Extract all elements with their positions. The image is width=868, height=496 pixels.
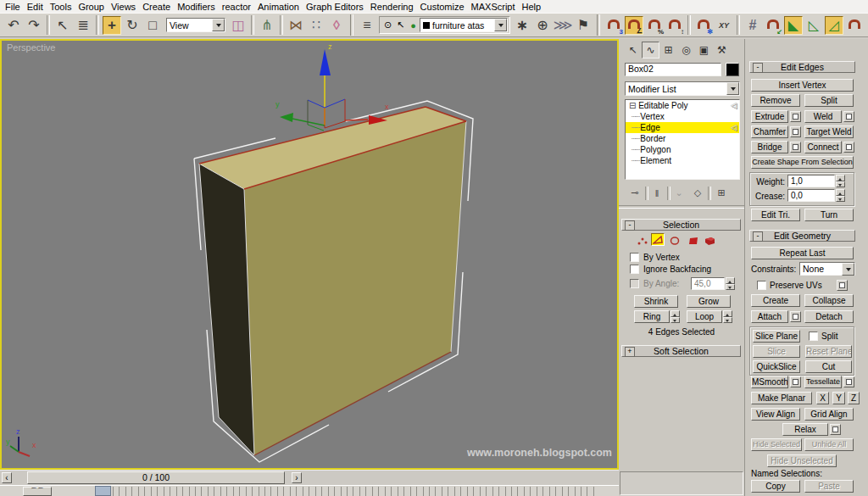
extrude-settings-button[interactable] xyxy=(790,111,801,122)
target-weld-button[interactable]: Target Weld xyxy=(804,125,854,138)
cursor-icon[interactable]: ↖ xyxy=(394,19,407,32)
loop-spinner[interactable] xyxy=(723,310,732,323)
connect-settings-button[interactable] xyxy=(843,142,854,153)
green-tri-icon[interactable]: ◺ xyxy=(804,16,823,35)
msmooth-button[interactable]: MSmooth xyxy=(751,376,788,388)
preserve-uvs-checkbox[interactable] xyxy=(757,281,766,290)
tessellate-button[interactable]: Tessellate xyxy=(804,376,842,388)
pin-stack-icon[interactable]: ⊸ xyxy=(627,186,643,200)
view-align-button[interactable]: View Align xyxy=(751,408,800,421)
constraints-dropdown[interactable]: None xyxy=(799,262,855,276)
dropdown-arrow-icon[interactable] xyxy=(212,19,225,31)
tab-create[interactable]: ↖ xyxy=(624,42,642,59)
snap-toggle-3d-icon[interactable]: 3 xyxy=(604,16,623,35)
dropdown-arrow-icon[interactable] xyxy=(726,82,739,95)
next-frame-button[interactable]: › xyxy=(292,472,302,483)
connect-button[interactable]: Connect xyxy=(804,141,842,153)
hide-unselected-button[interactable]: Hide Unselected xyxy=(767,454,837,467)
modifier-list-dropdown[interactable]: Modifier List xyxy=(625,81,740,96)
select-object-icon[interactable]: ↖ xyxy=(53,16,72,35)
dropdown-arrow-icon[interactable] xyxy=(494,19,507,31)
menu-file[interactable]: File xyxy=(2,2,24,12)
edit-geometry-rollout-header[interactable]: - Edit Geometry xyxy=(749,230,855,242)
bridge-button[interactable]: Bridge xyxy=(751,141,788,153)
make-unique-icon[interactable]: ⌄ xyxy=(671,186,687,200)
align-icon[interactable]: ◊ xyxy=(327,16,346,35)
attach-button[interactable]: Attach xyxy=(751,310,788,323)
stack-row-polygon[interactable]: ┄┄ Polygon xyxy=(626,144,739,155)
show-end-result-icon[interactable]: ‖ xyxy=(649,186,665,200)
stack-row-border[interactable]: ┄┄ Border xyxy=(626,133,739,144)
percent-snap-icon[interactable]: % xyxy=(645,16,664,35)
stack-row-element[interactable]: ┄┄ Element xyxy=(626,155,739,166)
cut-button[interactable]: Cut xyxy=(805,360,852,373)
select-and-manipulate-icon[interactable]: ◫ xyxy=(229,16,248,35)
unhide-all-button[interactable]: Unhide All xyxy=(804,438,854,451)
mini-curve-editor-button[interactable]: ⌒⌒ xyxy=(23,487,52,496)
paste-button[interactable]: Paste xyxy=(804,480,854,493)
grow-button[interactable]: Grow xyxy=(687,295,731,308)
weld-settings-button[interactable] xyxy=(843,111,854,122)
make-planar-z-button[interactable]: Z xyxy=(848,392,860,404)
chamfer-button[interactable]: Chamfer xyxy=(751,125,788,138)
tab-modify[interactable]: ∿ xyxy=(642,42,659,59)
stack-row-editable-poly[interactable]: ⊟ Editable Poly◁ xyxy=(626,100,739,111)
insert-vertex-button[interactable]: Insert Vertex xyxy=(751,79,854,92)
tessellate-settings-button[interactable] xyxy=(843,376,854,387)
teapot-icon[interactable]: ● xyxy=(407,19,420,32)
ring-button[interactable]: Ring xyxy=(634,310,670,323)
menu-help[interactable]: Help xyxy=(519,2,545,12)
array-icon[interactable]: ∷ xyxy=(307,16,326,35)
by-vertex-checkbox[interactable] xyxy=(630,253,639,262)
object-color-swatch[interactable] xyxy=(726,63,739,76)
polygon-subobject-icon[interactable] xyxy=(687,234,700,247)
split-button[interactable]: Split xyxy=(804,94,854,107)
turn-button[interactable]: Turn xyxy=(804,209,854,221)
select-and-link-icon[interactable]: ⋔ xyxy=(258,16,276,35)
create-button[interactable]: Create xyxy=(751,294,800,307)
menu-customize[interactable]: Customize xyxy=(417,2,468,12)
menu-group[interactable]: Group xyxy=(75,2,108,12)
loop-button[interactable]: Loop xyxy=(687,310,722,323)
relax-button[interactable]: Relax xyxy=(782,423,828,436)
select-and-scale-icon[interactable]: □ xyxy=(143,16,162,35)
menu-animation[interactable]: Animation xyxy=(254,2,303,12)
named-selection-set-dropdown[interactable]: furniture atas xyxy=(420,18,508,32)
select-and-move-icon[interactable]: + xyxy=(103,16,121,35)
crease-spinner[interactable] xyxy=(836,189,845,202)
attach-settings-button[interactable] xyxy=(790,311,801,322)
menu-reactor[interactable]: reactor xyxy=(219,2,254,12)
configure-modifier-sets-icon[interactable]: ⊞ xyxy=(714,186,729,200)
snap-partial-icon[interactable] xyxy=(845,16,864,35)
track-bar[interactable]: ⌒⌒ xyxy=(0,485,619,496)
stack-row-vertex[interactable]: ┄┄ Vertex xyxy=(626,111,739,122)
soft-selection-rollout-header[interactable]: + Soft Selection xyxy=(621,345,741,357)
object-name-field[interactable]: Box02 xyxy=(625,63,721,76)
menu-tools[interactable]: Tools xyxy=(47,2,75,12)
by-angle-checkbox[interactable] xyxy=(630,279,639,288)
spinner-snap-icon[interactable]: ↕ xyxy=(665,16,684,35)
track-icon[interactable]: ⋙ xyxy=(554,16,572,35)
chamfer-settings-button[interactable] xyxy=(790,126,801,137)
ring-spinner[interactable] xyxy=(670,310,680,323)
select-by-name-icon[interactable]: ≣ xyxy=(74,16,92,35)
undo-icon[interactable]: ↶ xyxy=(4,16,23,35)
redo-icon[interactable]: ↷ xyxy=(25,16,43,35)
crease-field[interactable]: 0,0 xyxy=(787,189,835,202)
make-planar-button[interactable]: Make Planar xyxy=(751,392,812,404)
tab-utilities[interactable]: ⚒ xyxy=(713,42,731,59)
collapse-button[interactable]: Collapse xyxy=(804,294,854,307)
repeat-last-button[interactable]: Repeat Last xyxy=(751,247,854,259)
dropdown-arrow-icon[interactable] xyxy=(842,263,854,276)
ignore-backfacing-checkbox[interactable] xyxy=(630,265,639,274)
vertex-subobject-icon[interactable] xyxy=(636,234,649,247)
weight-spinner[interactable] xyxy=(836,175,845,187)
split-checkbox[interactable] xyxy=(809,332,818,341)
layer-manager-icon[interactable]: ≡ xyxy=(358,16,376,35)
make-planar-x-button[interactable]: X xyxy=(816,392,829,404)
perspective-viewport[interactable]: Perspective z y x z y x www.moroneh.blog… xyxy=(0,39,619,470)
select-and-rotate-icon[interactable]: ↻ xyxy=(123,16,142,35)
menu-modifiers[interactable]: Modifiers xyxy=(174,2,219,12)
shrink-button[interactable]: Shrink xyxy=(634,295,678,308)
xy-constraint-icon[interactable]: XY xyxy=(715,16,733,35)
